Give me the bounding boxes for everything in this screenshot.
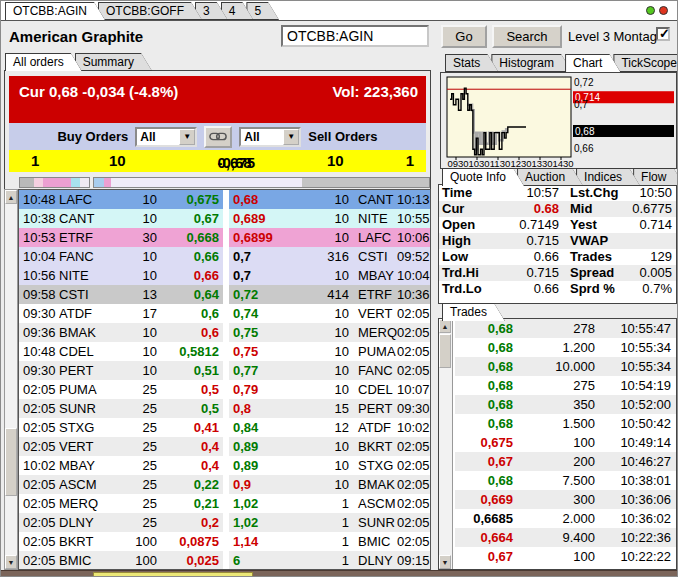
book-row[interactable]: 02:05STXG250,410,8412ATDF10:02 xyxy=(19,418,430,437)
tab-summary[interactable]: Summary xyxy=(75,53,152,71)
order-book-scrollbar[interactable]: ▲ ▼ xyxy=(4,189,18,570)
book-row[interactable]: 10:04FANC100,660,7316CSTI09:52 xyxy=(19,247,430,266)
bid-price: 0,41 xyxy=(163,418,223,437)
book-row[interactable]: 02:05MERQ250,211,021ASCM02:05 xyxy=(19,494,430,513)
trades-scrollbar[interactable]: ▲ ▼ xyxy=(439,319,453,569)
book-row[interactable]: 10:53ETRF300,6680,689910LAFC10:06 xyxy=(19,228,430,247)
book-row[interactable]: 10:48CDEL100,58120,7510PUMA02:05 xyxy=(19,342,430,361)
trade-row[interactable]: 0,6810.00010:55:34 xyxy=(455,357,676,376)
bid-mm-code: DLNY xyxy=(59,513,105,532)
tab-all-orders[interactable]: All orders xyxy=(5,53,82,71)
book-row[interactable]: 10:38CANT100,670,68910NITE10:55 xyxy=(19,209,430,228)
symbol-input[interactable] xyxy=(281,25,429,47)
scroll-down-arrow-icon[interactable]: ▼ xyxy=(5,555,17,569)
quote-label: Spread xyxy=(559,265,621,281)
book-row[interactable]: 02:05ASCM250,220,910BMAK02:05 xyxy=(19,475,430,494)
ask-mm-code: DLNY xyxy=(349,551,397,570)
trade-row[interactable]: 0,6827510:54:19 xyxy=(455,376,676,395)
chevron-down-icon[interactable]: ▼ xyxy=(283,129,299,145)
svg-text:1030: 1030 xyxy=(468,158,489,168)
trades-list: 0,6827810:55:470,681.20010:55:340,6810.0… xyxy=(455,319,676,566)
tab-tickscope[interactable]: TickScope xyxy=(613,54,678,72)
bid-size: 30 xyxy=(105,228,163,247)
book-row[interactable]: 02:05PUMA250,50,7910CDEL10:07 xyxy=(19,380,430,399)
level3-montage-checkbox[interactable] xyxy=(656,27,670,41)
bid-time: 02:05 xyxy=(19,399,59,418)
book-row[interactable]: 02:05BKRT1000,08751,141BMIC02:05 xyxy=(19,532,430,551)
trade-row[interactable]: 0,6835010:52:00 xyxy=(455,395,676,414)
trade-time: 10:22:36 xyxy=(595,528,676,547)
scroll-up-arrow-icon[interactable]: ▲ xyxy=(439,319,451,333)
status-dot-red-icon[interactable] xyxy=(659,6,668,15)
bid-mm-code: BKRT xyxy=(59,532,105,551)
ask-mm-code: ASCM xyxy=(349,494,397,513)
tab-label: Stats xyxy=(446,55,498,71)
tab-otcbb-goff[interactable]: OTCBB:GOFF xyxy=(98,2,202,20)
trades-tab-strip: Trades xyxy=(442,303,498,321)
quote-row: Cur0.68Mid0.6775 xyxy=(439,201,676,217)
sell-filter-dropdown[interactable]: All ▼ xyxy=(239,127,301,147)
scrollbar-thumb[interactable] xyxy=(439,334,451,368)
trade-time: 10:49:14 xyxy=(595,433,676,452)
buy-filter-dropdown[interactable]: All ▼ xyxy=(135,127,197,147)
quote-label: Mid xyxy=(559,201,621,217)
window-tab-strip: OTCBB:AGINOTCBB:GOFF345 xyxy=(1,1,678,21)
page-title: American Graphite xyxy=(9,28,143,45)
ask-time: 10:02 xyxy=(397,418,430,437)
trade-row[interactable]: 0,66930010:36:06 xyxy=(455,490,676,509)
trade-size: 10.000 xyxy=(513,357,595,376)
trade-row[interactable]: 0,6710010:22:22 xyxy=(455,547,676,566)
search-button[interactable]: Search xyxy=(492,25,562,48)
ask-price: 0,89 xyxy=(229,437,293,456)
quote-value: 129 xyxy=(621,249,676,265)
trade-size: 300 xyxy=(513,490,595,509)
tab-trades[interactable]: Trades xyxy=(442,303,505,321)
tab-flow[interactable]: Flow xyxy=(633,168,678,186)
trade-row[interactable]: 0,67510010:49:14 xyxy=(455,433,676,452)
tab-histogram[interactable]: Histogram xyxy=(491,54,572,72)
sell-orders-label: Sell Orders xyxy=(308,129,377,144)
link-filters-button[interactable] xyxy=(204,126,232,148)
scrollbar-thumb[interactable] xyxy=(5,428,17,496)
book-row[interactable]: 09:58CSTI130,640,72414ETRF10:36 xyxy=(19,285,430,304)
book-row[interactable]: 10:56NITE100,660,710MBAY10:04 xyxy=(19,266,430,285)
chain-link-icon xyxy=(209,131,227,142)
book-row[interactable]: 02:05BMIC1000,02561DLNY09:15 xyxy=(19,551,430,570)
tab-indices[interactable]: Indices xyxy=(576,168,640,186)
quote-label: Yest xyxy=(559,217,621,233)
go-button[interactable]: Go xyxy=(441,25,487,48)
book-row[interactable]: 02:05DLNY250,21,021SUNR02:05 xyxy=(19,513,430,532)
chevron-down-icon[interactable]: ▼ xyxy=(179,129,195,145)
book-row[interactable]: 09:30ATDF170,60,7410VERT02:05 xyxy=(19,304,430,323)
trade-row[interactable]: 0,66852.00010:36:02 xyxy=(455,509,676,528)
ask-size: 10 xyxy=(293,304,349,323)
bid-price: 0,668 xyxy=(163,228,223,247)
trade-row[interactable]: 0,6720010:46:27 xyxy=(455,452,676,471)
book-row[interactable]: 09:30PERT100,510,7710FANC02:05 xyxy=(19,361,430,380)
trade-row[interactable]: 0,687.50010:38:01 xyxy=(455,471,676,490)
bid-mm-code: CANT xyxy=(59,209,105,228)
tab-auction[interactable]: Auction xyxy=(517,168,583,186)
book-row[interactable]: 09:36BMAK100,60,7510MERQ02:05 xyxy=(19,323,430,342)
status-dot-green-icon[interactable] xyxy=(646,6,655,15)
trade-row[interactable]: 0,6649.40010:22:36 xyxy=(455,528,676,547)
trade-row[interactable]: 0,681.20010:55:34 xyxy=(455,338,676,357)
trade-row[interactable]: 0,6827810:55:47 xyxy=(455,319,676,338)
scroll-down-arrow-icon[interactable]: ▼ xyxy=(439,555,451,569)
tab-quote-info[interactable]: Quote Info xyxy=(442,168,524,186)
trade-size: 200 xyxy=(513,452,595,471)
book-row[interactable]: 02:05VERT250,40,8910BKRT02:05 xyxy=(19,437,430,456)
svg-text:0,66: 0,66 xyxy=(574,143,594,154)
tab-otcbb-agin[interactable]: OTCBB:AGIN xyxy=(5,2,105,20)
book-row[interactable]: 10:48LAFC100,6750,6810CANT10:13 xyxy=(19,190,430,209)
trade-row[interactable]: 0,681.50010:50:42 xyxy=(455,414,676,433)
ask-price: 0,7 xyxy=(229,266,293,285)
bid-size: 10 xyxy=(105,247,163,266)
book-row[interactable]: 10:02MBAY250,40,8910STXG02:05 xyxy=(19,456,430,475)
scroll-up-arrow-icon[interactable]: ▲ xyxy=(5,190,17,204)
tab-stats[interactable]: Stats xyxy=(445,54,498,72)
tab-chart[interactable]: Chart xyxy=(565,54,620,72)
book-row[interactable]: 02:05SUNR250,50,815PERT09:30 xyxy=(19,399,430,418)
quote-row: Low0.66Trades129 xyxy=(439,249,676,265)
ask-size: 1 xyxy=(293,494,349,513)
